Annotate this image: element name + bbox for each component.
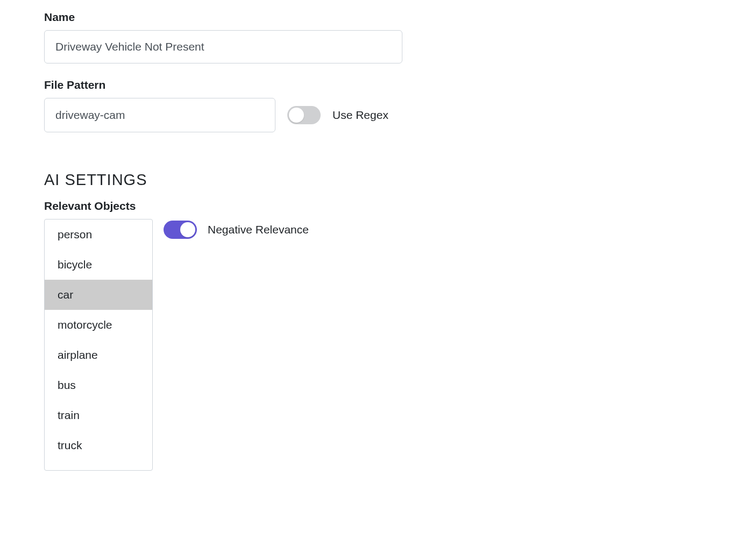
negative-relevance-label: Negative Relevance: [208, 223, 309, 236]
list-item[interactable]: truck: [45, 430, 152, 460]
list-item[interactable]: person: [45, 219, 152, 250]
relevant-objects-listbox[interactable]: personbicyclecarmotorcycleairplanebustra…: [44, 219, 153, 471]
file-pattern-input[interactable]: [44, 98, 275, 132]
use-regex-label: Use Regex: [332, 109, 388, 122]
use-regex-toggle[interactable]: [287, 106, 321, 124]
list-item[interactable]: bicycle: [45, 250, 152, 280]
list-item[interactable]: bus: [45, 370, 152, 400]
list-item[interactable]: car: [45, 280, 152, 310]
relevant-objects-label: Relevant Objects: [44, 200, 751, 212]
name-input[interactable]: [44, 30, 402, 63]
list-item[interactable]: motorcycle: [45, 310, 152, 340]
name-label: Name: [44, 11, 751, 24]
negative-relevance-toggle[interactable]: [164, 221, 197, 239]
toggle-knob: [180, 222, 195, 237]
list-item[interactable]: train: [45, 400, 152, 430]
ai-settings-heading: AI SETTINGS: [44, 171, 751, 189]
toggle-knob: [289, 108, 304, 123]
file-pattern-label: File Pattern: [44, 79, 751, 91]
list-item[interactable]: airplane: [45, 340, 152, 370]
